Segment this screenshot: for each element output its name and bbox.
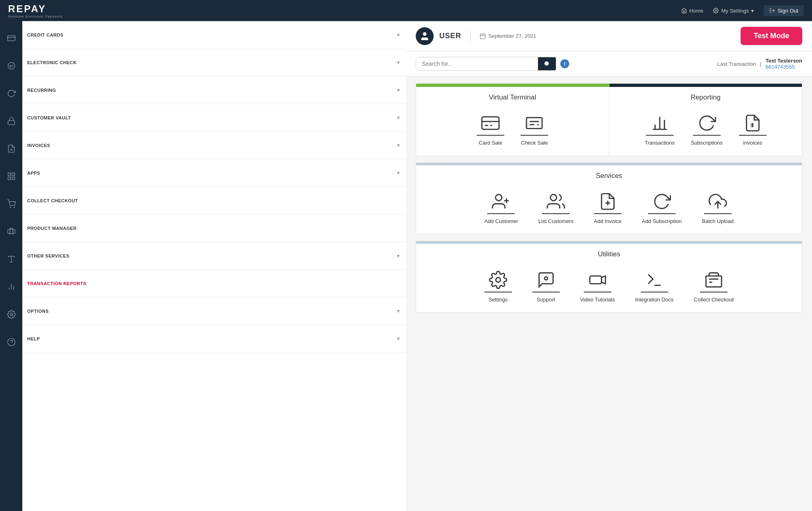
svg-point-15 <box>14 207 15 208</box>
add-subscription-icon <box>648 190 676 214</box>
reporting-panel: Reporting <box>609 84 802 156</box>
sidebar-icon-collect-checkout[interactable] <box>0 190 22 218</box>
sidebar-icon-other-services[interactable] <box>0 245 22 273</box>
main-content: Virtual Terminal <box>406 77 812 326</box>
search-button[interactable] <box>538 57 556 70</box>
integration-docs-item[interactable]: Integration Docs <box>635 268 674 303</box>
search-input-wrap <box>416 57 556 71</box>
logo: REPAY Realtime Electronic Payments <box>8 3 63 18</box>
sidebar-icon-invoices[interactable] <box>0 135 22 162</box>
sidebar-item-recurring[interactable]: RECURRING ▾ <box>22 76 406 104</box>
virtual-terminal-panel: Virtual Terminal <box>416 84 609 156</box>
logo-subtext: Realtime Electronic Payments <box>8 15 63 18</box>
transactions-icon <box>646 111 674 136</box>
card-sale-item[interactable]: Card Sale <box>477 111 504 146</box>
chevron-icon: ▾ <box>397 336 400 342</box>
top-nav: REPAY Realtime Electronic Payments Home … <box>0 0 812 21</box>
check-sale-item[interactable]: Check Sale <box>520 111 548 146</box>
svg-line-30 <box>548 65 549 66</box>
content-area: USER September 27, 2021 Test Mode i <box>406 21 812 511</box>
sidebar-item-apps[interactable]: APPS ▾ <box>22 159 406 187</box>
chevron-icon: ▾ <box>397 308 400 314</box>
sidebar-item-options[interactable]: OPTIONS ▾ <box>22 297 406 325</box>
settings-link[interactable]: My Settings ▾ <box>713 8 754 14</box>
add-subscription-item[interactable]: Add Subscription <box>642 190 682 224</box>
date-text: September 27, 2021 <box>488 33 536 39</box>
info-icon[interactable]: i <box>560 59 569 68</box>
sidebar-icon-product-manager[interactable] <box>0 218 22 245</box>
subscriptions-item[interactable]: Subscriptions <box>691 111 723 146</box>
sidebar-icon-recurring[interactable] <box>0 80 22 107</box>
last-transaction-phone: 6614743555 <box>765 64 802 70</box>
svg-point-52 <box>496 277 501 282</box>
sidebar-item-transaction-reports[interactable]: TRANSACTION REPORTS <box>22 270 406 297</box>
test-mode-button[interactable]: Test Mode <box>741 27 802 45</box>
search-input[interactable] <box>416 57 538 70</box>
chevron-icon: ▾ <box>397 143 400 148</box>
svg-rect-25 <box>480 34 485 39</box>
sidebar-item-other-services[interactable]: OTHER SERVICES ▾ <box>22 242 406 270</box>
services-title: Services <box>416 165 802 183</box>
svg-rect-31 <box>482 117 499 130</box>
search-left: i <box>416 57 569 71</box>
svg-rect-54 <box>590 276 601 284</box>
add-invoice-icon <box>594 190 622 214</box>
subscriptions-icon <box>693 111 721 136</box>
check-sale-icon <box>520 111 548 136</box>
card-sale-icon <box>477 111 504 136</box>
sidebar-icon-help[interactable] <box>0 328 22 356</box>
sidebar-icon-electronic-check[interactable]: $ <box>0 52 22 80</box>
svg-point-53 <box>544 277 548 280</box>
add-subscription-label: Add Subscription <box>642 218 682 224</box>
sidebar-icon-apps[interactable] <box>0 162 22 190</box>
batch-upload-item[interactable]: Batch Upload <box>702 190 734 224</box>
card-sale-label: Card Sale <box>479 140 502 146</box>
collect-checkout-icon <box>700 268 728 292</box>
svg-rect-57 <box>706 276 721 287</box>
top-panels-row: Virtual Terminal <box>416 83 802 156</box>
list-customers-label: List Customers <box>538 218 574 224</box>
utilities-title: Utilities <box>416 244 802 262</box>
subscriptions-label: Subscriptions <box>691 140 723 146</box>
last-transaction: Last Transaction | Test Testerson 661474… <box>717 58 802 70</box>
collect-checkout-item[interactable]: Collect Checkout <box>694 268 734 303</box>
sidebar-item-credit-cards[interactable]: CREDIT CARDS ▾ <box>22 21 406 49</box>
batch-upload-icon <box>704 190 732 214</box>
sidebar-item-electronic-check[interactable]: ELECTRONIC CHECK ▾ <box>22 49 406 76</box>
sidebar-icon-transaction-reports[interactable] <box>0 273 22 301</box>
sidebar-item-help[interactable]: HELP ▾ <box>22 325 406 353</box>
user-info: USER September 27, 2021 <box>416 27 536 45</box>
logo-text: REPAY <box>8 3 46 15</box>
invoices-item[interactable]: $ Invoices <box>739 111 767 146</box>
reporting-title: Reporting <box>609 87 802 105</box>
settings-item[interactable]: Settings <box>484 268 512 303</box>
list-customers-item[interactable]: List Customers <box>538 190 574 224</box>
video-tutorials-item[interactable]: Video Tutorials <box>580 268 615 303</box>
services-icons: Add Customer List Customers <box>416 183 802 234</box>
sign-out-button[interactable]: Sign Out <box>764 5 804 16</box>
svg-point-0 <box>715 10 717 11</box>
sidebar-icon-customer-vault[interactable] <box>0 107 22 135</box>
last-transaction-label: Last Transaction <box>717 61 756 67</box>
sidebar-item-customer-vault[interactable]: CUSTOMER VAULT ▾ <box>22 104 406 132</box>
virtual-terminal-icons: Card Sale <box>416 105 609 156</box>
svg-rect-2 <box>7 36 15 41</box>
collect-checkout-label: Collect Checkout <box>694 297 734 303</box>
add-customer-item[interactable]: Add Customer <box>484 190 518 224</box>
sidebar-item-collect-checkout[interactable]: COLLECT CHECKOUT <box>22 187 406 214</box>
svg-rect-13 <box>12 177 14 180</box>
chevron-icon: ▾ <box>397 253 400 259</box>
sidebar-icon-credit-cards[interactable] <box>0 24 22 52</box>
last-transaction-info: Test Testerson 6614743555 <box>765 58 802 70</box>
svg-point-21 <box>10 313 13 316</box>
support-item[interactable]: Support <box>532 268 560 303</box>
content-header: USER September 27, 2021 Test Mode <box>406 21 812 51</box>
transactions-item[interactable]: Transactions <box>645 111 675 146</box>
virtual-terminal-title: Virtual Terminal <box>416 87 609 105</box>
sidebar-icon-options[interactable] <box>0 301 22 328</box>
add-invoice-item[interactable]: Add Invoice <box>594 190 622 224</box>
svg-rect-10 <box>8 173 10 175</box>
home-link[interactable]: Home <box>681 8 704 14</box>
sidebar-item-invoices[interactable]: INVOICES ▾ <box>22 132 406 159</box>
sidebar-item-product-manager[interactable]: PRODUCT MANAGER <box>22 214 406 242</box>
